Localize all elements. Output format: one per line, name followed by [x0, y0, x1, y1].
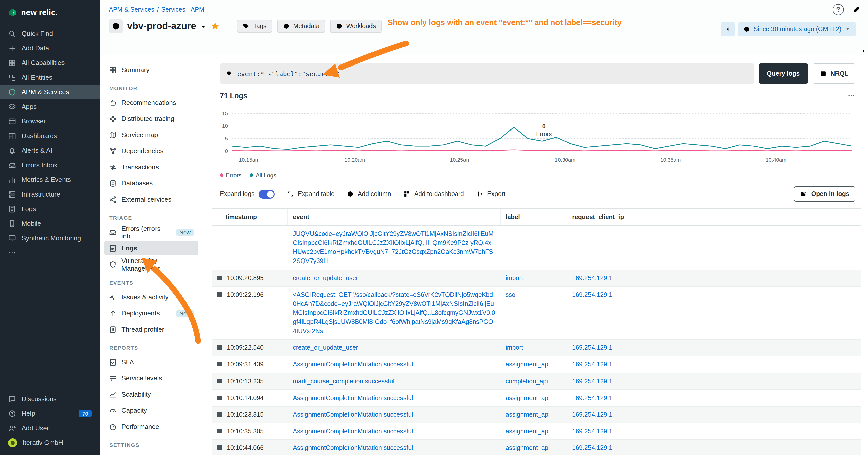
column-header-event[interactable]: event: [288, 208, 500, 225]
entity-nav-item-issues-activity[interactable]: Issues & activity: [104, 290, 198, 304]
log-ip-link[interactable]: 169.254.129.1: [567, 390, 862, 406]
column-header-request-client-ip[interactable]: request_client_ip: [567, 208, 862, 225]
remove-column-icon[interactable]: [556, 214, 561, 220]
log-event-link[interactable]: JUQVU&code=eyJraWQiOiJjcGltY29yZV8wOTl1M…: [288, 226, 500, 269]
help-circle-button[interactable]: ?: [833, 4, 844, 15]
log-row[interactable]: 10:09:22.540 create_or_update_user impor…: [212, 340, 862, 357]
legend-errors[interactable]: Errors: [220, 172, 242, 178]
clear-query-icon[interactable]: [741, 70, 748, 77]
log-row[interactable]: 10:09:22.196 <ASGIRequest: GET '/sso/cal…: [212, 287, 862, 339]
sidebar-item-infrastructure[interactable]: Infrastructure: [0, 187, 100, 201]
workloads-button[interactable]: Workloads: [330, 20, 381, 33]
tags-button[interactable]: Tags: [237, 20, 272, 33]
time-back-button[interactable]: [721, 22, 735, 36]
sidebar-item-apps[interactable]: Apps: [0, 99, 100, 114]
log-row[interactable]: JUQVU&code=eyJraWQiOiJjcGltY29yZV8wOTl1M…: [212, 226, 862, 270]
sidebar-item-logs[interactable]: Logs: [0, 201, 100, 216]
chevron-down-icon[interactable]: [200, 24, 207, 30]
sidebar-item-discussions[interactable]: Discussions: [0, 391, 100, 406]
entity-nav-item-errors-inbox[interactable]: Errors (errors inb...New: [104, 225, 198, 239]
log-row[interactable]: 10:10:35.305 AssignmentCompletionMutatio…: [212, 423, 862, 440]
log-row[interactable]: 10:09:31.439 AssignmentCompletionMutatio…: [212, 357, 862, 373]
log-label-link[interactable]: sso: [500, 287, 567, 302]
entity-nav-item-external-services[interactable]: External services: [104, 192, 198, 206]
column-header-timestamp[interactable]: timestamp: [212, 208, 288, 225]
export-button[interactable]: Export: [476, 191, 505, 197]
sidebar-item-browser[interactable]: Browser: [0, 114, 100, 129]
log-label-link[interactable]: import: [500, 340, 567, 356]
entity-nav-item-transactions[interactable]: Transactions: [104, 160, 198, 174]
log-row[interactable]: 10:10:13.235 mark_course_completion succ…: [212, 373, 862, 390]
sidebar-item-apm-services[interactable]: APM & Services: [0, 85, 100, 99]
log-search-input[interactable]: event:* -"label":"security": [220, 64, 754, 84]
log-row[interactable]: 10:10:44.066 AssignmentCompletionMutatio…: [212, 440, 862, 455]
entity-nav-item-performance[interactable]: Performance: [104, 419, 198, 434]
log-event-link[interactable]: AssignmentCompletionMutation successful: [288, 423, 500, 440]
breadcrumb-link-services-apm[interactable]: Services - APM: [161, 6, 205, 13]
entity-nav-item-vulnerability-management[interactable]: Vulnerability Management: [104, 257, 198, 271]
log-ip-link[interactable]: 169.254.129.1: [567, 340, 862, 356]
log-event-link[interactable]: create_or_update_user: [288, 340, 500, 356]
sidebar-item-alerts-ai[interactable]: Alerts & AI: [0, 143, 100, 158]
metadata-button[interactable]: Metadata: [277, 20, 325, 33]
entity-nav-item-recommendations[interactable]: Recommendations: [104, 95, 198, 110]
entity-nav-item-dependencies[interactable]: Dependencies: [104, 143, 198, 158]
entity-nav-item-service-levels[interactable]: Service levels: [104, 371, 198, 386]
log-row[interactable]: 10:10:14.094 AssignmentCompletionMutatio…: [212, 390, 862, 407]
entity-nav-item-databases[interactable]: Databases: [104, 176, 198, 191]
permalink-icon[interactable]: [852, 5, 861, 14]
logs-timeseries-chart[interactable]: 05101510:15am10:20am10:25am10:30am10:35a…: [220, 109, 856, 170]
remove-column-icon[interactable]: [489, 214, 495, 220]
log-event-link[interactable]: create_or_update_user: [288, 270, 500, 286]
sidebar-item-all-entities[interactable]: All Entities: [0, 70, 100, 85]
expand-logs-toggle[interactable]: [258, 190, 275, 198]
log-event-link[interactable]: mark_course_completion successful: [288, 373, 500, 389]
log-ip-link[interactable]: [567, 226, 862, 233]
log-ip-link[interactable]: 169.254.129.1: [567, 423, 862, 440]
log-label-link[interactable]: completion_api: [500, 373, 567, 389]
column-header-label[interactable]: label: [500, 208, 567, 225]
log-event-link[interactable]: AssignmentCompletionMutation successful: [288, 407, 500, 423]
new-relic-logo[interactable]: new relic.: [0, 0, 100, 26]
favorite-star-icon[interactable]: [211, 22, 220, 31]
open-in-logs-button[interactable]: Open in logs: [794, 187, 856, 201]
log-event-link[interactable]: <ASGIRequest: GET '/sso/callback/?state=…: [288, 287, 500, 339]
log-label-link[interactable]: assignment_api: [500, 440, 567, 455]
time-forward-button[interactable]: [860, 47, 867, 56]
log-ip-link[interactable]: 169.254.129.1: [567, 287, 862, 302]
log-ip-link[interactable]: 169.254.129.1: [567, 270, 862, 286]
sidebar-item-dashboards[interactable]: Dashboards: [0, 129, 100, 143]
entity-nav-item-logs[interactable]: Logs: [104, 241, 198, 256]
sidebar-item-all-capabilities[interactable]: All Capabilities: [0, 56, 100, 70]
log-label-link[interactable]: assignment_api: [500, 407, 567, 423]
nrql-button[interactable]: NRQL: [812, 64, 856, 84]
log-row[interactable]: 10:10:23.815 AssignmentCompletionMutatio…: [212, 407, 862, 423]
log-label-link[interactable]: assignment_api: [500, 423, 567, 440]
log-label-link[interactable]: assignment_api: [500, 390, 567, 406]
log-event-link[interactable]: AssignmentCompletionMutation successful: [288, 357, 500, 372]
log-label-link[interactable]: import: [500, 270, 567, 286]
entity-nav-item-capacity[interactable]: Capacity: [104, 403, 198, 418]
expand-table-button[interactable]: Expand table: [287, 191, 335, 197]
logs-options-button[interactable]: [847, 92, 856, 100]
sidebar-item-metrics-events[interactable]: Metrics & Events: [0, 172, 100, 187]
sidebar-item-synthetic-monitoring[interactable]: Synthetic Monitoring: [0, 231, 100, 246]
log-ip-link[interactable]: 169.254.129.1: [567, 440, 862, 455]
entity-nav-item-scalability[interactable]: Scalability: [104, 387, 198, 401]
add-column-button[interactable]: Add column: [347, 191, 391, 197]
entity-nav-item-deployments[interactable]: DeploymentsNew: [104, 306, 198, 321]
legend-all-logs[interactable]: All Logs: [250, 172, 277, 178]
sidebar-item-errors-inbox[interactable]: Errors Inbox: [0, 158, 100, 172]
entity-nav-item-thread-profiler[interactable]: Thread profiler: [104, 322, 198, 336]
sidebar-item-quick-find[interactable]: Quick Find: [0, 26, 100, 41]
sidebar-item-help[interactable]: Help70: [0, 406, 100, 421]
log-ip-link[interactable]: 169.254.129.1: [567, 407, 862, 423]
entity-nav-item-summary[interactable]: Summary: [104, 63, 198, 77]
log-ip-link[interactable]: 169.254.129.1: [567, 373, 862, 389]
sidebar-item-account[interactable]: Iterativ GmbH: [0, 435, 100, 450]
sidebar-item-more[interactable]: [0, 246, 100, 260]
query-logs-button[interactable]: Query logs: [759, 64, 808, 84]
log-ip-link[interactable]: 169.254.129.1: [567, 357, 862, 372]
log-label-link[interactable]: [500, 226, 567, 233]
sidebar-item-add-data[interactable]: Add Data: [0, 41, 100, 56]
